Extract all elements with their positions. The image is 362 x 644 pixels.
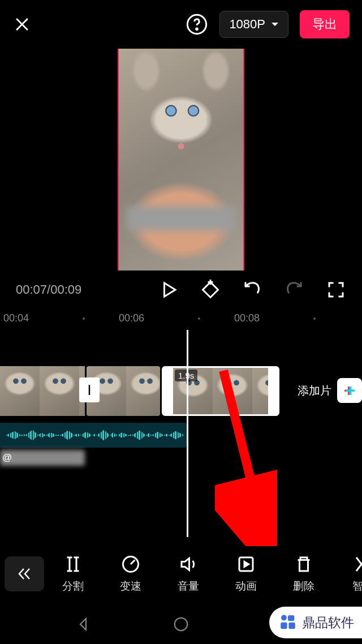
transition-button[interactable]: [79, 377, 100, 402]
chevron-down-icon: [271, 22, 279, 27]
watermark: 鼎品软件: [269, 607, 362, 638]
audio-track[interactable]: [0, 423, 187, 448]
export-button[interactable]: 导出: [300, 10, 350, 38]
svg-rect-9: [281, 622, 287, 629]
redo-icon[interactable]: [284, 280, 304, 300]
clip-1[interactable]: [0, 366, 85, 416]
tool-smart[interactable]: 智能: [333, 554, 362, 594]
clip-selected[interactable]: 1.9s: [162, 366, 279, 416]
time-display: 00:07/00:09: [16, 282, 81, 297]
watermark-text: 鼎品软件: [302, 614, 354, 632]
svg-point-1: [196, 28, 198, 30]
svg-point-5: [175, 618, 188, 631]
svg-point-7: [281, 615, 287, 621]
nav-home-icon[interactable]: [173, 616, 189, 633]
undo-icon[interactable]: [242, 280, 262, 300]
fullscreen-icon[interactable]: [326, 280, 346, 300]
audio-meta: @: [2, 452, 12, 463]
timeline[interactable]: 1.9s 添加片 + @: [0, 333, 362, 492]
tool-delete[interactable]: 删除: [275, 554, 333, 594]
resolution-button[interactable]: 1080P: [219, 11, 288, 38]
help-icon[interactable]: [186, 13, 208, 36]
preview-area: [0, 45, 362, 271]
edit-toolbar: 分割 变速 音量 动画 删除 智能: [0, 548, 362, 600]
playhead[interactable]: [187, 330, 188, 537]
watermark-logo-icon: [278, 613, 298, 632]
time-ruler: 00:04 00:06 00:08: [0, 307, 362, 328]
play-icon[interactable]: [158, 280, 179, 300]
keyframe-icon[interactable]: [200, 280, 221, 300]
export-label: 导出: [312, 17, 337, 31]
tool-speed[interactable]: 变速: [102, 554, 160, 594]
add-scene-label: 添加片: [298, 383, 331, 398]
preview-frame[interactable]: [118, 49, 244, 271]
tool-split[interactable]: 分割: [44, 554, 102, 594]
svg-rect-8: [288, 615, 294, 621]
close-icon[interactable]: [12, 15, 32, 34]
tool-volume[interactable]: 音量: [160, 554, 217, 594]
resolution-label: 1080P: [229, 17, 265, 32]
tool-animation[interactable]: 动画: [217, 554, 275, 594]
back-button[interactable]: [5, 556, 44, 591]
nav-back-icon[interactable]: [75, 616, 92, 633]
add-clip-button[interactable]: +: [337, 378, 362, 403]
svg-rect-10: [288, 622, 295, 629]
